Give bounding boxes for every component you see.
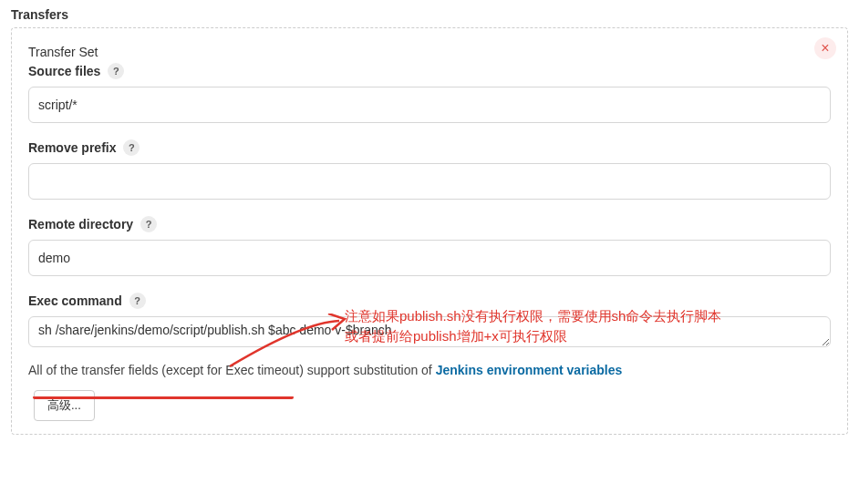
exec-command-label: Exec command	[28, 293, 122, 308]
help-icon[interactable]: ?	[140, 216, 157, 232]
transfer-set-panel: × Transfer Set Source files ? Remove pre…	[11, 27, 848, 435]
section-header: Transfers	[0, 0, 859, 27]
field-exec-command: Exec command ?	[28, 293, 831, 350]
transfer-set-title: Transfer Set	[28, 45, 831, 59]
field-remote-directory: Remote directory ?	[28, 216, 831, 276]
field-source-files: Source files ?	[28, 63, 831, 123]
jenkins-env-link[interactable]: Jenkins environment variables	[436, 363, 623, 377]
help-icon[interactable]: ?	[123, 139, 140, 156]
close-icon[interactable]: ×	[814, 37, 836, 59]
remove-prefix-label: Remove prefix	[28, 140, 116, 155]
remote-directory-label: Remote directory	[28, 217, 133, 231]
substitution-hint: All of the transfer fields (except for E…	[28, 363, 831, 377]
source-files-input[interactable]	[28, 87, 831, 123]
hint-text: All of the transfer fields (except for E…	[28, 363, 436, 377]
remote-directory-input[interactable]	[28, 240, 831, 276]
advanced-button[interactable]: 高级...	[34, 390, 95, 421]
field-remove-prefix: Remove prefix ?	[28, 139, 831, 200]
exec-command-input[interactable]	[28, 316, 831, 347]
help-icon[interactable]: ?	[129, 293, 146, 309]
help-icon[interactable]: ?	[108, 63, 124, 79]
source-files-label: Source files	[28, 64, 100, 78]
remove-prefix-input[interactable]	[28, 163, 831, 200]
